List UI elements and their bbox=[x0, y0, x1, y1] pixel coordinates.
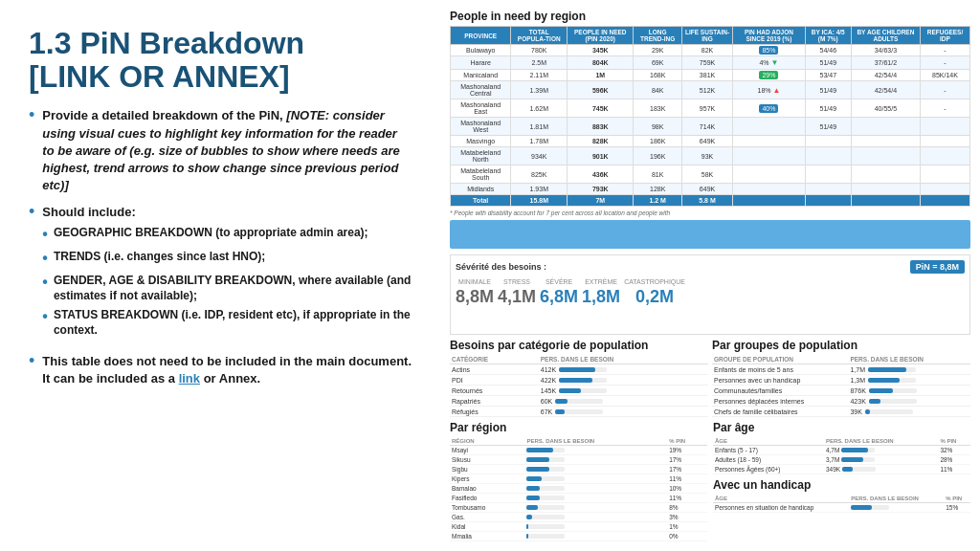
sev-minimale: MINIMALE 8,8M bbox=[456, 278, 494, 307]
sub-dot-2: • bbox=[42, 248, 48, 269]
sev-stress-value: 4,1M bbox=[498, 287, 536, 306]
region-row: Fasifledo 11% bbox=[450, 494, 707, 503]
left-bottom: Sévérité des besoins : PiN = 8,8M MINIMA… bbox=[450, 254, 970, 541]
region-row: Tombusamo 8% bbox=[450, 503, 707, 513]
region-row: Sikusu 17% bbox=[450, 455, 707, 465]
cell-province: Bulawayo bbox=[451, 45, 511, 56]
sub-text-2: TRENDS (i.e. changes since last HNO); bbox=[54, 250, 265, 265]
map-thumbnail bbox=[450, 220, 970, 249]
cat-col-value: PERS. DANS LE BESOIN bbox=[539, 355, 708, 364]
pop-groups-section: Par groupes de population GROUPE DE POPU… bbox=[712, 339, 970, 417]
col-refugees: REFUGEES/ IDP bbox=[920, 27, 969, 45]
table-footnote: * People with disability account for 7 p… bbox=[450, 209, 970, 216]
region-row: Sigbu 17% bbox=[450, 465, 707, 474]
people-in-need-table: PROVINCE TOTAL POPULA-TION PEOPLE IN NEE… bbox=[450, 26, 970, 207]
col-ica: BY ICA: 4/5 (M 7%) bbox=[805, 27, 851, 45]
sev-minimale-label: MINIMALE bbox=[456, 278, 494, 285]
region-row: Mmalia 0% bbox=[450, 532, 707, 541]
sev-minimale-value: 8,8M bbox=[456, 287, 494, 306]
severity-header: Sévérité des besoins : PiN = 8,8M bbox=[456, 260, 965, 274]
sub-text-3: GENDER, AGE & DISABILITY BREAKDOWN, wher… bbox=[54, 274, 412, 303]
disability-title: Avec un handicap bbox=[713, 478, 970, 492]
region-row: Bamalao 10% bbox=[450, 484, 707, 494]
category-row: Réfugiés 67K bbox=[450, 407, 708, 417]
pop-groups-title: Par groupes de population bbox=[712, 339, 970, 352]
age-section: Par âge ÂGE PERS. DANS LE BESOIN % PIN E… bbox=[713, 421, 970, 541]
table-row: Matabeleland South 825K 436K 81K 58K bbox=[451, 165, 970, 184]
region-table: RÉGION PERS. DANS LE BESOIN % PIN Msayi … bbox=[450, 437, 707, 541]
sev-catastrophic-label: CATASTROPHIQUE bbox=[624, 278, 685, 285]
pop-group-row: Communautés/familles 876K bbox=[712, 386, 970, 396]
main-bullet-list: • Provide a detailed breakdown of the Pi… bbox=[29, 107, 412, 387]
cat-col-name: CATÉGORIE bbox=[450, 355, 539, 364]
reg-col-name: RÉGION bbox=[450, 437, 524, 446]
sev-severe-value: 6,8M bbox=[540, 287, 578, 306]
category-table: CATÉGORIE PERS. DANS LE BESOIN Actins 41… bbox=[450, 355, 708, 417]
category-section: Besoins par catégorie de population CATÉ… bbox=[450, 339, 708, 417]
table-section: People in need by region PROVINCE TOTAL … bbox=[450, 10, 970, 249]
severity-columns: MINIMALE 8,8M STRESS 4,1M SÉVÈRE 6,8M EX… bbox=[456, 278, 965, 307]
left-panel: 1.3 PiN Breakdown [LINK OR ANNEX] • Prov… bbox=[0, 0, 440, 551]
page-title: 1.3 PiN Breakdown [LINK OR ANNEX] bbox=[29, 27, 412, 94]
cat-pop-row: Besoins par catégorie de population CATÉ… bbox=[450, 339, 970, 417]
region-row: Kipers 11% bbox=[450, 474, 707, 484]
age-col-name: ÂGE bbox=[713, 437, 824, 446]
table-row: Masvingo 1.78M 828K 186K 649K bbox=[451, 136, 970, 147]
bottom-section: Sévérité des besoins : PiN = 8,8M MINIMA… bbox=[450, 254, 970, 541]
sub-text-4: STATUS BREAKDOWN (i.e. IDP, resident etc… bbox=[54, 308, 412, 338]
pg-col-value: PERS. DANS LE BESOIN bbox=[848, 355, 970, 364]
age-table: ÂGE PERS. DANS LE BESOIN % PIN Enfants (… bbox=[713, 437, 970, 474]
age-col-value: PERS. DANS LE BESOIN bbox=[824, 437, 938, 446]
sev-extreme-value: 1,8M bbox=[582, 287, 620, 306]
severity-box: Sévérité des besoins : PiN = 8,8M MINIMA… bbox=[450, 254, 970, 335]
pg-col-name: GROUPE DE POPULATION bbox=[712, 355, 848, 364]
category-row: Rapatriés 60K bbox=[450, 396, 708, 407]
region-section: Par région RÉGION PERS. DANS LE BESOIN %… bbox=[450, 421, 707, 541]
disability-row: Personnes en situation de handicap 15% bbox=[713, 503, 970, 513]
bottom-tables: Par région RÉGION PERS. DANS LE BESOIN %… bbox=[450, 421, 970, 541]
col-life-sus: LIFE SUSTAIN-ING bbox=[681, 27, 732, 45]
dis-col-name: ÂGE bbox=[713, 495, 849, 503]
dis-col-pct: % PIN bbox=[944, 495, 970, 503]
pop-groups-table: GROUPE DE POPULATION PERS. DANS LE BESOI… bbox=[712, 355, 970, 417]
disability-section: Avec un handicap ÂGE PERS. DANS LE BESOI… bbox=[713, 478, 970, 513]
category-title: Besoins par catégorie de population bbox=[450, 339, 708, 352]
category-row: PDI 422K bbox=[450, 375, 708, 386]
sub-dot-4: • bbox=[42, 306, 48, 327]
dis-col-value: PERS. DANS LE BESOIN bbox=[849, 495, 944, 503]
col-age: BY AGE CHILDREN ADULTS bbox=[851, 27, 920, 45]
sev-extreme: EXTRÈME 1,8M bbox=[582, 278, 620, 307]
category-row: Actins 412K bbox=[450, 364, 708, 375]
pop-group-row: Personnes déplacées internes 423K bbox=[712, 396, 970, 407]
pop-group-row: Enfants de moins de 5 ans 1,7M bbox=[712, 364, 970, 375]
table-row: Matabeleland North 934K 901K 196K 93K bbox=[451, 147, 970, 165]
sev-severe-label: SÉVÈRE bbox=[540, 278, 578, 285]
disability-table: ÂGE PERS. DANS LE BESOIN % PIN Personnes… bbox=[713, 495, 970, 513]
reg-col-value: PERS. DANS LE BESOIN bbox=[524, 437, 667, 446]
pop-group-row: Chefs de famille célibataires 39K bbox=[712, 407, 970, 417]
link-text[interactable]: link bbox=[179, 371, 200, 386]
pop-group-row: Personnes avec un handicap 1,3M bbox=[712, 375, 970, 386]
sev-stress: STRESS 4,1M bbox=[498, 278, 536, 307]
bullet-text-1: Provide a detailed breakdown of the PiN,… bbox=[42, 107, 412, 194]
table-row: Mashonaland Central 1.39M 596K 84K 512K … bbox=[451, 81, 970, 99]
sev-severe: SÉVÈRE 6,8M bbox=[540, 278, 578, 307]
bullet-icon-2: • bbox=[29, 202, 34, 222]
age-row: Personnes Âgées (60+) 349K 11% bbox=[713, 465, 970, 474]
pin-badge: PiN = 8,8M bbox=[910, 260, 965, 274]
sev-catastrophic: CATASTROPHIQUE 0,2M bbox=[624, 278, 685, 307]
col-pin-had: PIN HAD ADJON SINCE 2019 (%) bbox=[733, 27, 806, 45]
reg-col-pct: % PIN bbox=[667, 437, 707, 446]
right-panel: People in need by region PROVINCE TOTAL … bbox=[440, 0, 980, 551]
table-row: Harare 2.5M 804K 69K 759K 4% ▼ 51/49 37/… bbox=[451, 56, 970, 70]
category-row: Retournés 145K bbox=[450, 386, 708, 396]
sev-extreme-label: EXTRÈME bbox=[582, 278, 620, 285]
col-province: PROVINCE bbox=[451, 27, 511, 45]
should-include-label: Should include: • GEOGRAPHIC BREAKDOWN (… bbox=[42, 204, 412, 342]
sub-dot-1: • bbox=[42, 224, 48, 245]
table-row: Manicaland 2.11M 1M 168K 381K 29% 53/47 … bbox=[451, 70, 970, 81]
col-pin: PEOPLE IN NEED (PIN 2020) bbox=[568, 27, 634, 45]
table-row: Mashonaland West 1.81M 883K 98K 714K 51/… bbox=[451, 118, 970, 136]
severity-label: Sévérité des besoins : bbox=[456, 262, 546, 272]
region-title: Par région bbox=[450, 421, 707, 434]
